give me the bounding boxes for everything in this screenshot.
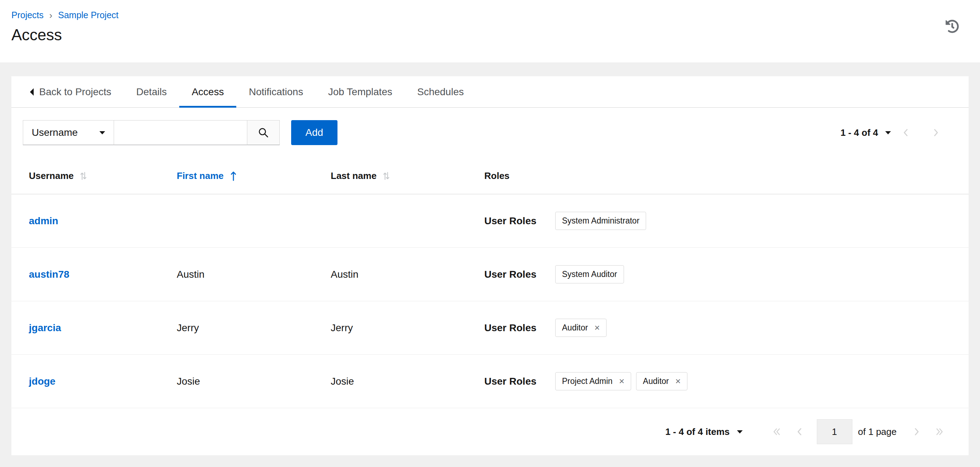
toolbar-pagination: 1 - 4 of 4 bbox=[841, 120, 951, 145]
toolbar: Username Add 1 - 4 of 4 bbox=[11, 108, 969, 158]
table-row: jdoge Josie Josie User Roles Project Adm… bbox=[11, 355, 969, 408]
page-title: Access bbox=[11, 26, 960, 44]
angle-right-icon bbox=[931, 128, 941, 138]
role-chips: System Auditor bbox=[555, 265, 624, 284]
column-label: Roles bbox=[484, 171, 510, 182]
roles-cell: User Roles Auditor × bbox=[484, 319, 969, 337]
page-content: Back to Projects Details Access Notifica… bbox=[0, 62, 980, 455]
filter-key-select[interactable]: Username bbox=[23, 120, 114, 145]
first-name-cell: Austin bbox=[177, 269, 331, 280]
breadcrumb: Projects › Sample Project bbox=[11, 10, 960, 20]
filter-key-label: Username bbox=[32, 127, 78, 138]
close-icon[interactable]: × bbox=[675, 378, 681, 385]
access-card: Back to Projects Details Access Notifica… bbox=[11, 76, 969, 455]
roles-cell: User Roles System Administrator bbox=[484, 212, 969, 230]
role-chips: System Administrator bbox=[555, 212, 646, 230]
tab-back-label: Back to Projects bbox=[39, 86, 111, 98]
prev-page-button[interactable] bbox=[891, 120, 921, 145]
roles-cell: User Roles System Auditor bbox=[484, 265, 969, 284]
username-link[interactable]: jgarcia bbox=[29, 322, 177, 334]
items-summary: 1 - 4 of 4 items bbox=[665, 426, 730, 437]
pagination-summary-dropdown[interactable]: 1 - 4 of 4 bbox=[841, 127, 891, 138]
roles-type-label: User Roles bbox=[484, 322, 555, 334]
arrow-up-icon bbox=[230, 171, 237, 182]
column-label: Last name bbox=[331, 171, 377, 182]
table-footer: 1 - 4 of 4 items of 1 page bbox=[11, 408, 969, 455]
column-label: First name bbox=[177, 171, 224, 182]
role-chip: System Administrator bbox=[555, 212, 646, 230]
double-angle-right-icon bbox=[934, 427, 945, 437]
tab-access[interactable]: Access bbox=[179, 76, 236, 107]
role-chip: System Auditor bbox=[555, 265, 624, 284]
column-header-username[interactable]: Username bbox=[29, 171, 177, 182]
tabbar: Back to Projects Details Access Notifica… bbox=[11, 76, 969, 108]
tab-details[interactable]: Details bbox=[124, 76, 179, 107]
roles-type-label: User Roles bbox=[484, 215, 555, 227]
last-name-cell: Austin bbox=[331, 269, 484, 280]
role-chip-label: Auditor bbox=[643, 376, 669, 386]
first-name-cell: Josie bbox=[177, 376, 331, 387]
table-row: austin78 Austin Austin User Roles System… bbox=[11, 248, 969, 301]
role-chips: Project Admin × Auditor × bbox=[555, 372, 687, 390]
pagination-summary: 1 - 4 of 4 bbox=[841, 127, 878, 138]
sort-both-icon bbox=[80, 171, 87, 181]
role-chip: Auditor × bbox=[555, 319, 606, 337]
add-button[interactable]: Add bbox=[291, 120, 337, 145]
column-header-roles: Roles bbox=[484, 171, 969, 182]
next-page-button[interactable] bbox=[921, 120, 951, 145]
column-label: Username bbox=[29, 171, 74, 182]
masthead: Projects › Sample Project Access bbox=[0, 0, 980, 62]
last-page-button[interactable] bbox=[928, 419, 951, 444]
role-chip-label: Project Admin bbox=[562, 376, 612, 386]
table-row: jgarcia Jerry Jerry User Roles Auditor × bbox=[11, 301, 969, 355]
role-chip-label: System Administrator bbox=[562, 216, 639, 226]
caret-down-icon bbox=[885, 131, 891, 134]
search-button[interactable] bbox=[247, 120, 280, 145]
column-header-last-name[interactable]: Last name bbox=[331, 171, 484, 182]
username-link[interactable]: austin78 bbox=[29, 269, 177, 280]
next-page-button[interactable] bbox=[905, 419, 928, 444]
breadcrumb-current-link[interactable]: Sample Project bbox=[58, 10, 119, 20]
role-chips: Auditor × bbox=[555, 319, 606, 337]
username-link[interactable]: admin bbox=[29, 215, 177, 227]
role-chip: Project Admin × bbox=[555, 372, 631, 390]
caret-left-icon bbox=[29, 88, 34, 96]
footer-pagination-nav: of 1 page bbox=[765, 419, 951, 444]
table-header: Username First name Last name Roles bbox=[11, 158, 969, 194]
first-page-button[interactable] bbox=[765, 419, 788, 444]
angle-right-icon bbox=[912, 427, 921, 437]
roles-type-label: User Roles bbox=[484, 269, 555, 280]
breadcrumb-projects-link[interactable]: Projects bbox=[11, 10, 43, 20]
items-per-page-dropdown[interactable]: 1 - 4 of 4 items bbox=[665, 426, 743, 437]
table-row: admin User Roles System Administrator bbox=[11, 194, 969, 248]
username-link[interactable]: jdoge bbox=[29, 376, 177, 387]
breadcrumb-separator-icon: › bbox=[49, 11, 52, 20]
caret-down-icon bbox=[737, 430, 743, 434]
page-count-label: of 1 page bbox=[858, 426, 897, 437]
role-chip-label: System Auditor bbox=[562, 269, 617, 279]
search-input[interactable] bbox=[114, 120, 247, 145]
sort-both-icon bbox=[383, 171, 390, 181]
tab-back-to-projects[interactable]: Back to Projects bbox=[16, 76, 124, 107]
prev-page-button[interactable] bbox=[788, 419, 811, 444]
last-name-cell: Josie bbox=[331, 376, 484, 387]
column-header-first-name[interactable]: First name bbox=[177, 171, 331, 182]
close-icon[interactable]: × bbox=[594, 324, 600, 332]
activity-history-button[interactable] bbox=[943, 18, 961, 35]
search-icon bbox=[258, 127, 269, 138]
double-angle-left-icon bbox=[772, 427, 782, 437]
page-number-input[interactable] bbox=[817, 419, 853, 444]
search-group bbox=[114, 120, 280, 145]
first-name-cell: Jerry bbox=[177, 322, 331, 334]
history-icon bbox=[945, 20, 959, 33]
role-chip: Auditor × bbox=[636, 372, 687, 390]
angle-left-icon bbox=[795, 427, 805, 437]
tab-schedules[interactable]: Schedules bbox=[405, 76, 476, 107]
close-icon[interactable]: × bbox=[619, 378, 624, 385]
tab-notifications[interactable]: Notifications bbox=[236, 76, 316, 107]
roles-cell: User Roles Project Admin × Auditor × bbox=[484, 372, 969, 390]
tab-job-templates[interactable]: Job Templates bbox=[316, 76, 405, 107]
last-name-cell: Jerry bbox=[331, 322, 484, 334]
caret-down-icon bbox=[99, 131, 105, 134]
roles-type-label: User Roles bbox=[484, 376, 555, 387]
